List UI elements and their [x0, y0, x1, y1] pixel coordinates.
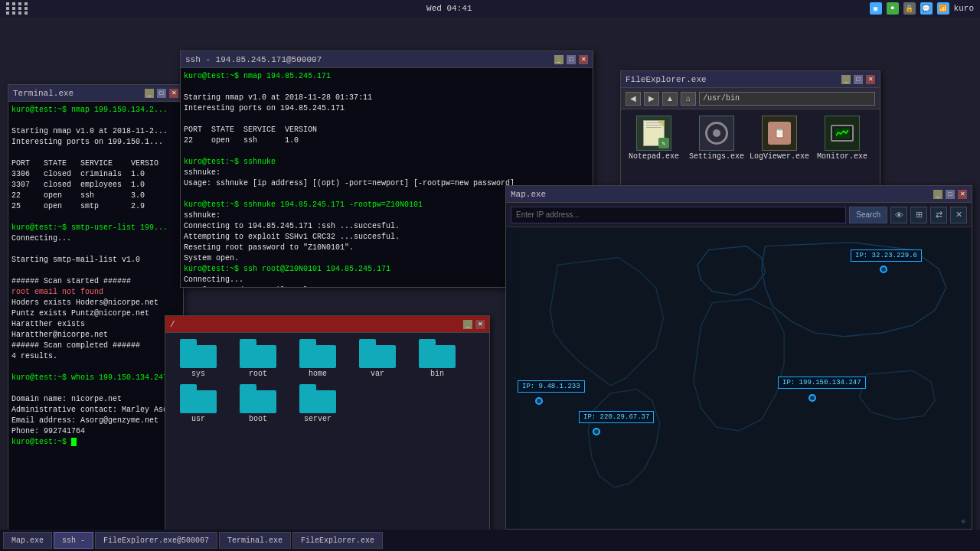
- app-notepad[interactable]: ✎ Notepad.exe: [627, 116, 681, 161]
- ip-tag-3[interactable]: IP: 220.29.67.37: [579, 411, 654, 423]
- systray-icon-4: 💬: [920, 2, 933, 15]
- app-logviewer-label: LogViewer.exe: [750, 152, 809, 161]
- fe-large-close[interactable]: ✕: [866, 75, 875, 84]
- file-explorer-small-title: /: [170, 320, 175, 329]
- terminal-ssh-titlebar[interactable]: ssh - 194.85.245.171@500007 _ □ ✕: [181, 51, 593, 68]
- terminal-left-maximize[interactable]: □: [157, 89, 166, 98]
- map-search-input[interactable]: [511, 207, 846, 223]
- folder-home[interactable]: home: [291, 339, 345, 378]
- taskbar-top: Wed 04:41 ▣ ● 🔒 💬 📶 kuro: [0, 0, 980, 17]
- map-content: IP: 32.23.229.6 IP: 9.48.1.233 IP: 220.2…: [506, 227, 972, 529]
- taskbar-bottom: Map.exe ssh - FileExplorer.exe@500007 Te…: [0, 530, 980, 551]
- map-controls[interactable]: _ □ ✕: [933, 190, 967, 199]
- fe-forward-btn[interactable]: ▶: [644, 92, 659, 106]
- file-explorer-large-title: FileExplorer.exe: [626, 75, 707, 84]
- map-eye-btn[interactable]: 👁: [890, 207, 907, 223]
- systray-icon-1: ▣: [870, 2, 882, 15]
- terminal-left-titlebar[interactable]: Terminal.exe _ □ ✕: [8, 85, 183, 102]
- map-title: Map.exe: [511, 190, 546, 199]
- fe-home-btn[interactable]: ⌂: [681, 92, 696, 106]
- fe-large-toolbar: ◀ ▶ ▲ ⌂ /usr/bin: [621, 88, 880, 109]
- map-close[interactable]: ✕: [958, 190, 967, 199]
- folder-root[interactable]: root: [231, 339, 285, 378]
- map-close-btn[interactable]: ✕: [950, 207, 967, 223]
- terminal-left-close[interactable]: ✕: [169, 89, 178, 98]
- file-explorer-small-content: sys root home: [165, 333, 489, 536]
- folder-usr[interactable]: usr: [172, 384, 225, 423]
- app-notepad-label: Notepad.exe: [629, 152, 679, 161]
- app-settings-label: Settings.exe: [689, 152, 744, 161]
- terminal-ssh-controls[interactable]: _ □ ✕: [554, 55, 588, 64]
- folder-usr-label: usr: [191, 415, 205, 423]
- username: kuro: [954, 4, 974, 13]
- fe-small-minimize[interactable]: _: [463, 320, 472, 329]
- map-titlebar[interactable]: Map.exe _ □ ✕: [506, 186, 972, 203]
- ip-dot-3: [593, 428, 600, 435]
- fe-up-btn[interactable]: ▲: [662, 92, 678, 106]
- taskbar-map-btn[interactable]: Map.exe: [3, 532, 52, 549]
- ip-tag-4[interactable]: IP: 199.150.134.247: [778, 377, 866, 389]
- systray-icon-3: 🔒: [903, 2, 916, 15]
- terminal-ssh-minimize[interactable]: _: [554, 55, 564, 64]
- terminal-left-minimize[interactable]: _: [145, 89, 154, 98]
- apps-grid-large: ✎ Notepad.exe Settings.exe 📋: [621, 109, 880, 167]
- map-search-button[interactable]: Search: [849, 207, 887, 223]
- map-target-btn[interactable]: ⊞: [910, 207, 927, 223]
- map-minimize[interactable]: _: [933, 190, 942, 199]
- fe-path-bar[interactable]: /usr/bin: [699, 92, 875, 106]
- folder-bin[interactable]: bin: [410, 339, 464, 378]
- map-maximize[interactable]: □: [946, 190, 955, 199]
- ip-dot-4: [808, 394, 816, 402]
- taskbar-fe-remote-btn[interactable]: FileExplorer.exe@500007: [95, 532, 217, 549]
- folder-server-label: server: [304, 415, 332, 423]
- files-grid: sys root home: [165, 333, 489, 429]
- file-explorer-large-controls[interactable]: _ □ ✕: [841, 75, 875, 84]
- app-monitor-label: Monitor.exe: [817, 152, 867, 161]
- taskbar-terminal-btn[interactable]: Terminal.exe: [219, 532, 291, 549]
- clock: Wed 04:41: [426, 4, 472, 13]
- folder-home-label: home: [309, 370, 327, 378]
- folder-boot[interactable]: boot: [231, 384, 285, 423]
- folder-server[interactable]: server: [291, 384, 345, 423]
- taskbar-fe-local-btn[interactable]: FileExplorer.exe: [292, 532, 383, 549]
- map-share-btn[interactable]: ⇄: [930, 207, 947, 223]
- map-watermark: ⊕: [962, 517, 965, 526]
- systray: ▣ ● 🔒 💬 📶 kuro: [870, 2, 974, 15]
- systray-wifi: 📶: [937, 2, 949, 15]
- file-explorer-large-window: FileExplorer.exe _ □ ✕ ◀ ▶ ▲ ⌂ /usr/bin: [620, 70, 880, 204]
- fe-back-btn[interactable]: ◀: [626, 92, 641, 106]
- terminal-left-title: Terminal.exe: [13, 89, 74, 98]
- map-window: Map.exe _ □ ✕ Search 👁 ⊞ ⇄ ✕: [505, 185, 972, 530]
- desktop: Terminal.exe _ □ ✕ kuro@test:~$ nmap 199…: [0, 17, 980, 530]
- terminal-ssh-title: ssh - 194.85.245.171@500007: [185, 55, 322, 64]
- terminal-ssh-maximize[interactable]: □: [567, 55, 576, 64]
- file-explorer-small-controls[interactable]: _ ✕: [463, 320, 485, 329]
- app-logviewer[interactable]: 📋 LogViewer.exe: [753, 116, 806, 161]
- map-toolbar: Search 👁 ⊞ ⇄ ✕: [506, 203, 972, 227]
- folder-sys[interactable]: sys: [172, 339, 225, 378]
- folder-var-label: var: [371, 370, 384, 378]
- file-explorer-small-titlebar[interactable]: / _ ✕: [165, 316, 489, 333]
- terminal-left-content: kuro@test:~$ nmap 199.150.134.2... Start…: [8, 102, 183, 535]
- folder-bin-label: bin: [430, 370, 444, 378]
- terminal-left-controls[interactable]: _ □ ✕: [145, 89, 178, 98]
- world-map-svg: [506, 227, 972, 529]
- apps-grid-icon[interactable]: [6, 2, 29, 15]
- fe-large-maximize[interactable]: □: [854, 75, 863, 84]
- ip-tag-2[interactable]: IP: 9.48.1.233: [518, 380, 585, 393]
- terminal-left-window: Terminal.exe _ □ ✕ kuro@test:~$ nmap 199…: [8, 84, 184, 536]
- folder-sys-label: sys: [191, 370, 205, 378]
- folder-var[interactable]: var: [351, 339, 404, 378]
- ip-dot-2: [535, 397, 543, 405]
- folder-boot-label: boot: [249, 415, 267, 423]
- app-monitor[interactable]: Monitor.exe: [815, 116, 869, 161]
- ip-tag-1[interactable]: IP: 32.23.229.6: [851, 249, 922, 262]
- fe-small-close[interactable]: ✕: [475, 320, 485, 329]
- ip-dot-1: [880, 266, 887, 273]
- taskbar-ssh-btn[interactable]: ssh -: [54, 532, 93, 549]
- terminal-ssh-close[interactable]: ✕: [579, 55, 588, 64]
- folder-root-label: root: [249, 370, 267, 378]
- app-settings[interactable]: Settings.exe: [690, 116, 743, 161]
- fe-large-minimize[interactable]: _: [841, 75, 851, 84]
- file-explorer-large-titlebar[interactable]: FileExplorer.exe _ □ ✕: [621, 71, 880, 88]
